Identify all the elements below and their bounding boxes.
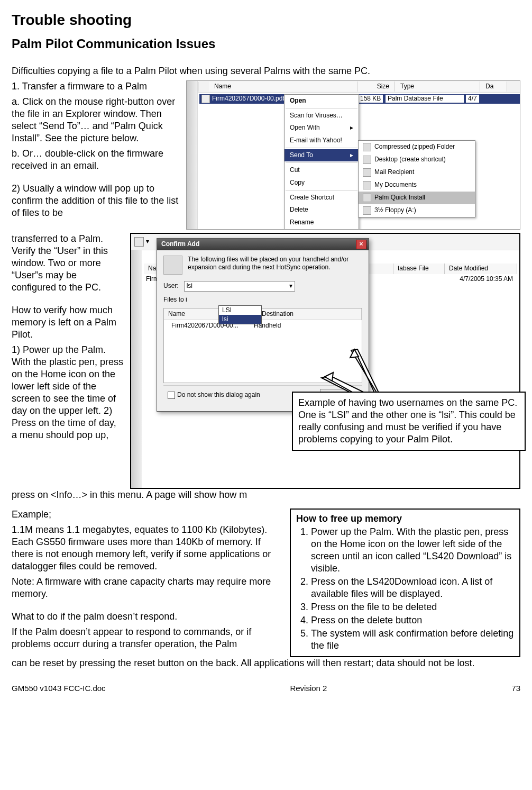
submenu-mydocs[interactable]: My Documents — [359, 179, 475, 192]
palm-icon — [363, 194, 371, 202]
files-label: Files to i — [163, 296, 362, 304]
example-body: 1.1M means 1.1 megabytes, equates to 110… — [12, 524, 280, 573]
toolbar-button[interactable] — [134, 237, 144, 247]
step1b-text: b. Or… double-click on the firmware rece… — [12, 148, 180, 172]
menu-scan[interactable]: Scan for Viruses… — [285, 110, 359, 122]
mail-icon — [363, 168, 371, 177]
col-type[interactable]: Type — [395, 81, 480, 92]
submenu-compressed[interactable]: Compressed (zipped) Folder — [359, 141, 475, 153]
dialog-lead-icon — [163, 256, 182, 275]
page-title: Trouble shooting — [12, 11, 520, 30]
norespond-body-part2: can be reset by pressing the reset butto… — [12, 657, 520, 669]
file-row[interactable]: Firm4202067D000-00... Handheld — [164, 320, 362, 331]
menu-sendto[interactable]: Send To▸ — [285, 149, 359, 161]
user-dropdown-list: LSI lsi — [218, 305, 262, 325]
dont-show-checkbox[interactable]: Do not show this dialog again — [168, 391, 260, 399]
memory-body-end: press on <Info…> in this menu. A page wi… — [12, 489, 520, 501]
menu-shortcut[interactable]: Create Shortcut — [285, 192, 359, 204]
dropdown-option-lsi-upper[interactable]: LSI — [219, 306, 261, 315]
col-destination[interactable]: Destination — [258, 308, 362, 320]
file-name: Firm4202067D000-00.pdb — [212, 95, 290, 103]
freebox-item-4: Press on the delete button — [311, 614, 514, 626]
desktop-icon — [363, 156, 371, 164]
floppy-icon — [363, 206, 371, 215]
freebox-item-2: Press on the LS420Download icon. A list … — [311, 576, 514, 600]
submenu-palm[interactable]: Palm Quick Install — [359, 192, 475, 204]
col-da[interactable]: Da — [480, 81, 507, 92]
memory-body-part: 1) Power up the Palm. With the plastic p… — [12, 344, 124, 441]
col-size[interactable]: Size — [357, 81, 395, 92]
submenu-mail[interactable]: Mail Recipient — [359, 166, 475, 179]
chevron-right-icon: ▸ — [350, 151, 353, 159]
checkbox-icon — [168, 392, 175, 399]
example-heading: Example; — [12, 508, 280, 521]
footer-right: 73 — [511, 683, 520, 693]
dropdown-option-lsi-lower[interactable]: lsi — [219, 315, 261, 324]
folder-icon — [363, 181, 371, 189]
free-memory-box: How to free up memory Power up the Palm.… — [290, 508, 520, 657]
menu-delete[interactable]: Delete — [285, 204, 359, 216]
menu-open[interactable]: Open — [285, 95, 359, 107]
col-name[interactable]: Name — [209, 81, 357, 92]
file-date: 4/7/2005 10:35 AM — [460, 275, 513, 283]
freebox-item-5: The system will ask confirmation before … — [311, 628, 514, 652]
file-row-selected[interactable]: Firm4202067D000-00.pdb 158 KB Palm Datab… — [199, 94, 520, 104]
freebox-item-3: Press on the file to be deleted — [311, 601, 514, 613]
file-da: 4/7 — [466, 95, 479, 103]
menu-rename[interactable]: Rename — [285, 216, 359, 229]
user-dropdown[interactable]: lsi ▾ — [184, 281, 295, 292]
freebox-title: How to free up memory — [296, 513, 514, 525]
intro-text: Difficulties copying a file to a Palm Pi… — [12, 65, 520, 77]
page-subtitle: Palm Pilot Communication Issues — [12, 36, 520, 52]
example-note: Note: A firmware with crane capacity cha… — [12, 576, 280, 600]
footer-left: GM550 v1043 FCC-IC.doc — [12, 683, 106, 693]
memory-heading: How to verify how much memory is left on… — [12, 304, 124, 341]
user-label: User: — [163, 282, 179, 290]
dialog-title: Confirm Add — [161, 240, 199, 248]
step1-heading: 1. Transfer a firmware to a Palm — [12, 80, 180, 93]
sendto-submenu: Compressed (zipped) Folder Desktop (crea… — [358, 140, 475, 217]
close-button[interactable]: × — [356, 240, 366, 249]
dialog-lead-text: The following files will be placed on yo… — [188, 256, 362, 275]
col-type[interactable]: tabase File — [393, 264, 445, 274]
col-date[interactable]: Date Modified — [445, 264, 517, 274]
chevron-down-icon: ▾ — [289, 282, 292, 290]
file-type: Palm Database File — [386, 95, 464, 103]
submenu-floppy[interactable]: 3½ Floppy (A:) — [359, 204, 475, 217]
context-menu: Open Scan for Viruses… Open With▸ E-mail… — [284, 94, 359, 230]
norespond-body-part1: If the Palm doesn’t appear to respond to… — [12, 626, 280, 650]
menu-cut[interactable]: Cut — [285, 164, 359, 176]
footer-center: Revision 2 — [290, 683, 327, 693]
freebox-item-1: Power up the Palm. With the plastic pen,… — [311, 526, 514, 575]
menu-copy[interactable]: Copy — [285, 177, 359, 189]
file-size: 158 KB — [358, 95, 383, 103]
menu-email[interactable]: E-mail with Yahoo! — [285, 134, 359, 147]
zip-icon — [363, 143, 371, 151]
explorer-window: Name Size Type Da Firm4202067D000-00.pdb… — [186, 80, 520, 230]
norespond-heading: What to do if the palm doesn’t respond. — [12, 611, 280, 623]
step2-text-start: 2) Usually a window will pop up to confi… — [12, 183, 180, 219]
chevron-right-icon: ▸ — [350, 124, 353, 132]
callout-box: Example of having two usernames on the s… — [292, 392, 526, 451]
submenu-desktop[interactable]: Desktop (create shortcut) — [359, 153, 475, 166]
step1a-text: a. Click on the mouse right-button over … — [12, 96, 180, 144]
menu-openwith[interactable]: Open With▸ — [285, 122, 359, 134]
file-icon — [201, 95, 210, 103]
step2-continued: transferred to a Palm. Verify the “User”… — [12, 233, 124, 294]
close-icon: × — [359, 240, 363, 248]
